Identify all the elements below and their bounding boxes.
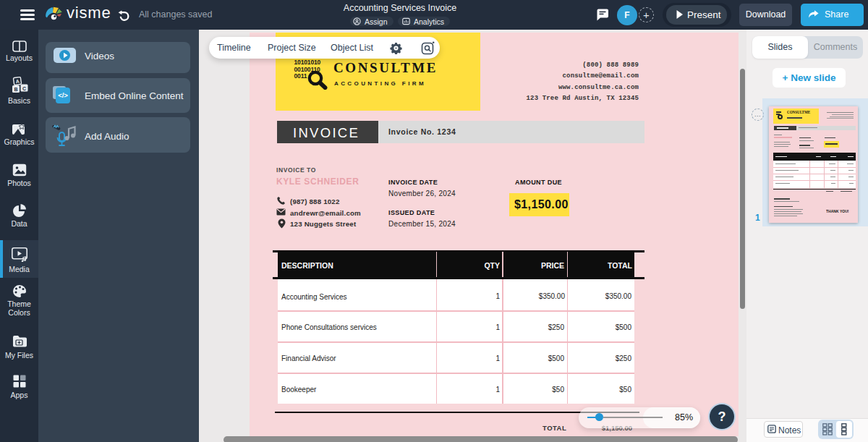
svg-text:A: A: [15, 79, 20, 85]
svg-text:B: B: [14, 87, 17, 92]
svg-text:C: C: [22, 86, 26, 91]
